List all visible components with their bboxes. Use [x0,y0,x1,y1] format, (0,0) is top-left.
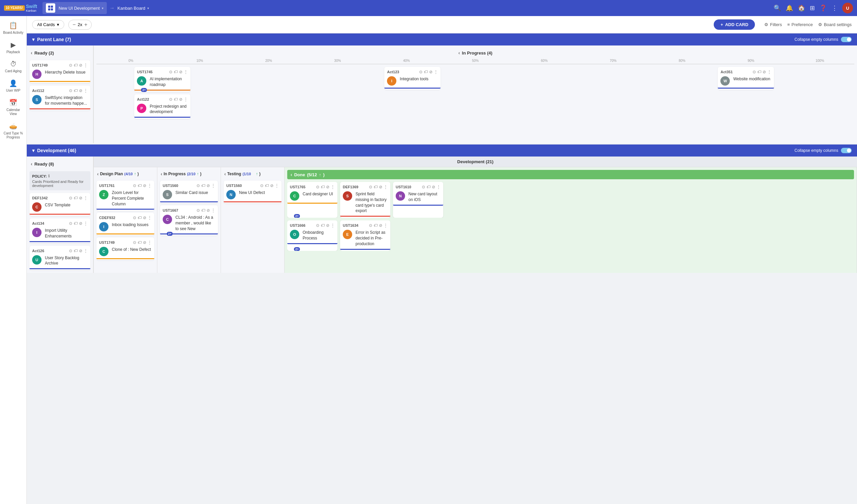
design-plan-collapse-btn[interactable]: ‹ [97,171,99,177]
card-block-icon[interactable]: ⊘ [179,97,182,102]
card-ust1610[interactable]: UST1610 ⊙ 🏷 ⊘ ⋮ N New car [393,182,443,218]
help-icon[interactable]: ❓ [820,4,827,12]
card-more-icon[interactable]: ⋮ [84,88,88,93]
board-selector[interactable]: Kanban Board ▾ [118,6,149,11]
card-tag-icon[interactable]: 🏷 [74,221,78,226]
sidebar-item-calendar-view[interactable]: 📅 Calendar View [2,96,25,119]
card-more-icon[interactable]: ⋮ [331,185,335,189]
card-tag-icon[interactable]: 🏷 [424,70,428,74]
card-block-icon[interactable]: ⊘ [270,183,273,188]
card-ust1749[interactable]: UST1749 ⊙ 🏷 ⊘ ⋮ H Hierarchy Delete Issue [30,60,90,83]
sidebar-item-board-activity[interactable]: 📋 Board Activity [2,19,25,37]
card-assign-icon[interactable]: ⊙ [133,215,136,220]
ready-collapse-btn[interactable]: ‹ [31,50,32,55]
card-assign-icon[interactable]: ⊙ [69,248,72,253]
card-assign-icon[interactable]: ⊙ [422,185,425,189]
card-more-icon[interactable]: ⋮ [434,70,438,74]
card-tag-icon[interactable]: 🏷 [138,240,141,245]
card-def1369[interactable]: DEF1369 ⊙ 🏷 ⊘ ⋮ S Sprint [340,182,390,218]
sidebar-item-card-aging[interactable]: ⏱ Card Aging [2,57,25,76]
card-more-icon[interactable]: ⋮ [384,223,388,228]
card-more-icon[interactable]: ⋮ [84,248,88,253]
dev-collapse-toggle-switch[interactable] [841,148,852,153]
card-assign-icon[interactable]: ⊙ [369,185,372,189]
card-block-icon[interactable]: ⊘ [79,221,82,226]
home-icon[interactable]: 🏠 [798,4,805,12]
card-more-icon[interactable]: ⋮ [211,208,215,213]
card-ust1765[interactable]: UST1765 ⊙ 🏷 ⊘ ⋮ C Card de [287,182,337,218]
zoom-out-button[interactable]: − [73,22,75,28]
card-block-icon[interactable]: ⊘ [143,183,146,188]
card-more-icon[interactable]: ⋮ [84,63,88,68]
card-block-icon[interactable]: ⊘ [79,248,82,253]
card-tag-icon[interactable]: 🏷 [201,183,205,188]
card-assign-icon[interactable]: ⊙ [197,208,200,213]
card-assign-icon[interactable]: ⊙ [169,97,172,102]
card-tag-icon[interactable]: 🏷 [138,215,141,220]
card-tag-icon[interactable]: 🏷 [321,223,325,228]
card-more-icon[interactable]: ⋮ [211,183,215,188]
card-def1342[interactable]: DEF1342 ⊙ 🏷 ⊘ ⋮ C CSV Template [30,193,90,216]
card-block-icon[interactable]: ⊘ [432,185,435,189]
search-icon[interactable]: 🔍 [774,4,781,12]
card-assign-icon[interactable]: ⊙ [316,185,319,189]
card-ust1560-similar[interactable]: UST1560 ⊙ 🏷 ⊘ ⋮ S Similar Card issue [160,180,218,203]
card-assign-icon[interactable]: ⊙ [133,183,136,188]
card-block-icon[interactable]: ⊘ [326,185,330,189]
card-more-icon[interactable]: ⋮ [275,183,279,188]
sidebar-item-user-wip[interactable]: 👤 User WIP [2,76,25,95]
card-block-icon[interactable]: ⊘ [326,223,330,228]
add-card-button[interactable]: + ADD CARD [714,19,755,30]
card-more-icon[interactable]: ⋮ [84,221,88,226]
card-more-icon[interactable]: ⋮ [184,97,188,102]
card-block-icon[interactable]: ⊘ [206,208,210,213]
card-block-icon[interactable]: ⊘ [206,183,210,188]
dev-lane-collapse-icon[interactable]: ▾ [32,148,34,153]
user-avatar[interactable]: U [842,3,853,13]
card-more-icon[interactable]: ⋮ [84,196,88,200]
card-tag-icon[interactable]: 🏷 [265,183,269,188]
card-more-icon[interactable]: ⋮ [148,215,152,220]
card-tag-icon[interactable]: 🏷 [174,70,178,74]
card-tag-icon[interactable]: 🏷 [74,63,78,68]
card-ust1560-defect[interactable]: UST1560 ⊙ 🏷 ⊘ ⋮ N New UI Defect [224,180,282,203]
card-assign-icon[interactable]: ⊙ [369,223,372,228]
card-more-icon[interactable]: ⋮ [437,185,440,189]
card-act351[interactable]: Act351 ⊙ 🏷 ⊘ ⋮ W Website modification [718,67,774,90]
card-assign-icon[interactable]: ⊙ [419,70,422,74]
card-assign-icon[interactable]: ⊙ [316,223,319,228]
card-tag-icon[interactable]: 🏷 [374,185,377,189]
card-tag-icon[interactable]: 🏷 [757,70,761,74]
card-act123[interactable]: Act123 ⊙ 🏷 ⊘ ⋮ I Integration tools [384,67,440,90]
card-assign-icon[interactable]: ⊙ [69,221,72,226]
card-assign-icon[interactable]: ⊙ [133,240,136,245]
card-block-icon[interactable]: ⊘ [379,223,382,228]
card-act112[interactable]: Act112 ⊙ 🏷 ⊘ ⋮ S SwiftSync integration f… [30,86,90,110]
card-ust1745[interactable]: UST1745 ⊙ 🏷 ⊘ ⋮ A AI implementation road… [134,67,190,92]
project-selector[interactable]: New UI Development ▾ [43,2,107,14]
testing-collapse-btn[interactable]: ‹ [224,171,226,177]
card-block-icon[interactable]: ⊘ [143,240,146,245]
more-icon[interactable]: ⋮ [831,4,838,12]
card-assign-icon[interactable]: ⊙ [69,88,72,93]
card-block-icon[interactable]: ⊘ [762,70,766,74]
card-more-icon[interactable]: ⋮ [148,183,152,188]
zoom-in-button[interactable]: + [84,22,87,28]
board-settings-button[interactable]: ⚙ Board settings [818,22,852,27]
sidebar-item-playback[interactable]: ▶ Playback [2,38,25,57]
card-ust1634[interactable]: UST1634 ⊙ 🏷 ⊘ ⋮ E Error i [340,221,390,250]
card-block-icon[interactable]: ⊘ [379,185,382,189]
card-act134[interactable]: Act134 ⊙ 🏷 ⊘ ⋮ I Import Utility Enhancem… [30,219,90,243]
card-assign-icon[interactable]: ⊙ [169,70,172,74]
card-assign-icon[interactable]: ⊙ [69,63,72,68]
card-tag-icon[interactable]: 🏷 [374,223,377,228]
card-cdef932[interactable]: CDEF932 ⊙ 🏷 ⊘ ⋮ I Inbox loading Issues [97,213,154,236]
grid-icon[interactable]: ⊞ [810,4,815,12]
done-collapse-btn[interactable]: ‹ [290,172,292,177]
collapse-toggle-switch[interactable] [841,37,852,42]
parent-lane-collapse-icon[interactable]: ▾ [32,37,34,42]
in-progress-collapse-btn[interactable]: ‹ [458,50,460,55]
card-block-icon[interactable]: ⊘ [429,70,433,74]
dev-in-progress-collapse-btn[interactable]: ‹ [161,171,162,177]
filters-button[interactable]: ⚙ Filters [764,22,782,27]
